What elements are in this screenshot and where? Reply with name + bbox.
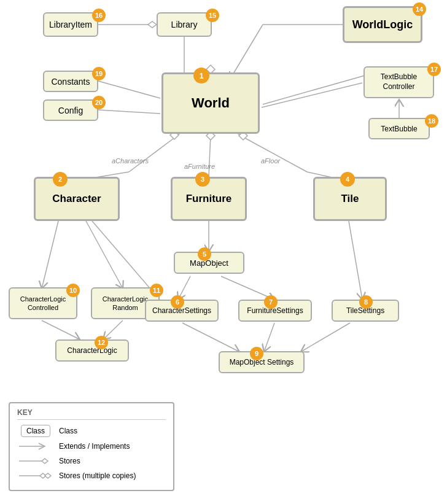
key-box: KEY Class Class Extends / Implements	[9, 402, 174, 491]
svg-line-8	[98, 81, 160, 98]
node-world: World	[161, 72, 260, 134]
node-character: Character	[34, 177, 120, 221]
svg-marker-39	[45, 473, 51, 478]
badge-5: 5	[198, 247, 211, 261]
svg-line-10	[129, 135, 178, 172]
badge-19: 19	[92, 67, 106, 80]
key-item-extends: Extends / Implements	[17, 441, 166, 452]
badge-16: 16	[92, 9, 106, 22]
svg-marker-36	[42, 459, 48, 463]
badge-4: 4	[340, 172, 355, 187]
svg-marker-1	[148, 21, 157, 28]
badge-10: 10	[66, 284, 80, 297]
key-class-icon: Class	[17, 425, 54, 437]
svg-line-5	[233, 25, 263, 74]
label-afurniture: aFurniture	[184, 163, 215, 170]
badge-8: 8	[359, 295, 373, 309]
badge-3: 3	[195, 172, 210, 187]
badge-14: 14	[413, 2, 426, 16]
node-furniture: Furniture	[171, 177, 247, 221]
node-worldlogic: WorldLogic	[343, 6, 422, 43]
svg-line-23	[42, 320, 80, 339]
diagram: WorldLogic 14 Library 15 LibraryItem 16 …	[0, 0, 447, 504]
key-class-label: Class	[59, 427, 77, 435]
badge-1: 1	[193, 68, 209, 83]
svg-line-33	[262, 83, 362, 107]
key-stores-label: Stores	[59, 457, 80, 465]
svg-line-29	[182, 323, 239, 352]
label-acharacters: aCharacters	[112, 157, 149, 165]
label-afloor: aFloor	[261, 157, 280, 165]
svg-line-21	[42, 221, 58, 289]
badge-6: 6	[171, 295, 184, 309]
key-stores-icon	[17, 456, 54, 467]
badge-20: 20	[92, 96, 106, 109]
svg-line-28	[349, 221, 362, 300]
node-characterlogic: CharacterLogic	[55, 339, 129, 362]
badge-15: 15	[206, 9, 219, 22]
svg-line-24	[103, 320, 123, 339]
svg-line-17	[239, 135, 307, 172]
key-item-stores-multi: Stores (multiple copies)	[17, 470, 166, 481]
badge-17: 17	[427, 63, 441, 76]
node-libraryitem: LibraryItem	[43, 12, 98, 37]
badge-18: 18	[425, 114, 438, 128]
badge-7: 7	[264, 295, 278, 309]
svg-line-31	[301, 323, 350, 352]
key-stores-multi-icon	[17, 470, 54, 481]
node-constants: Constants	[43, 71, 98, 92]
node-textbubble: TextBubble	[368, 118, 430, 139]
badge-12: 12	[95, 336, 108, 349]
badge-2: 2	[53, 172, 68, 187]
svg-line-9	[98, 110, 160, 114]
svg-line-30	[264, 323, 274, 352]
svg-line-22	[86, 221, 123, 289]
node-textbubblecontroller: TextBubbleController	[363, 66, 434, 98]
key-item-class: Class Class	[17, 425, 166, 437]
node-library: Library	[157, 12, 212, 37]
key-extends-label: Extends / Implements	[59, 442, 130, 451]
badge-9: 9	[250, 347, 263, 360]
svg-line-14	[209, 135, 211, 177]
key-extends-icon	[17, 441, 54, 452]
key-stores-multi-label: Stores (multiple copies)	[59, 471, 136, 480]
badge-11: 11	[150, 284, 163, 297]
key-title: KEY	[17, 408, 166, 420]
key-class-box: Class	[21, 425, 50, 437]
node-config: Config	[43, 99, 98, 121]
key-item-stores: Stores	[17, 456, 166, 467]
